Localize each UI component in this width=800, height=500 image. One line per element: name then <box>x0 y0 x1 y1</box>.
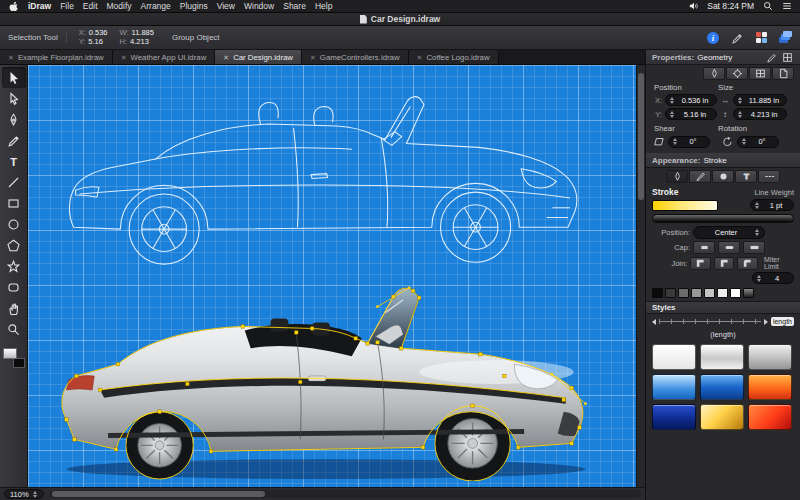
stepper-icon[interactable] <box>669 110 675 119</box>
join-miter-segment[interactable] <box>690 257 711 270</box>
app-menu[interactable]: iDraw <box>28 1 51 11</box>
direct-selection-tool[interactable] <box>2 88 26 109</box>
tab-coffee-logo[interactable]: ✕ Coffee Logo.idraw <box>409 50 499 64</box>
edit-icon[interactable] <box>730 31 744 45</box>
stepper-icon[interactable] <box>754 201 760 210</box>
zoom-stepper-icon[interactable] <box>32 490 38 499</box>
stroke-segment[interactable] <box>666 170 688 183</box>
stroke-tool-segment[interactable] <box>703 67 725 80</box>
length-tag[interactable]: length <box>771 317 794 326</box>
style-swatch[interactable] <box>700 344 744 370</box>
cap-butt-segment[interactable] <box>693 241 715 254</box>
style-swatch[interactable] <box>652 344 696 370</box>
cap-round-segment[interactable] <box>718 241 740 254</box>
menu-arrange[interactable]: Arrange <box>141 1 171 11</box>
y-position-field[interactable]: 5.16 in <box>665 108 717 120</box>
menu-file[interactable]: File <box>60 1 74 11</box>
tab-car-design[interactable]: ✕ Car Design.idraw <box>215 50 302 64</box>
appearance-header[interactable]: Appearance: Stroke <box>646 153 800 168</box>
grid-tool-segment[interactable] <box>749 67 771 80</box>
pen-tool[interactable] <box>2 109 26 130</box>
panel-options-icon[interactable] <box>781 51 794 64</box>
color-well[interactable] <box>3 348 25 368</box>
join-bevel-segment[interactable] <box>737 257 758 270</box>
close-icon[interactable]: ✕ <box>223 54 229 61</box>
horizontal-scrollbar[interactable] <box>50 490 641 498</box>
ellipse-tool[interactable] <box>2 214 26 235</box>
horizontal-scrollbar-thumb[interactable] <box>52 491 265 497</box>
stepper-icon[interactable] <box>737 110 743 119</box>
menu-window[interactable]: Window <box>244 1 274 11</box>
brush-segment[interactable] <box>689 170 711 183</box>
menu-modify[interactable]: Modify <box>107 1 132 11</box>
titlebar[interactable]: Car Design.idraw <box>0 13 800 26</box>
zoom-control[interactable]: 110% <box>4 489 44 499</box>
height-field[interactable]: 4.213 in <box>733 108 787 120</box>
menu-share[interactable]: Share <box>283 1 306 11</box>
rendered-car-drawing[interactable] <box>48 273 604 481</box>
stroke-style-preview[interactable] <box>652 214 794 223</box>
style-swatch[interactable] <box>748 404 792 430</box>
style-swatch[interactable] <box>700 404 744 430</box>
color-swatch[interactable] <box>704 288 715 298</box>
width-field[interactable]: 11.885 in <box>733 94 787 106</box>
color-swatch[interactable] <box>717 288 728 298</box>
text-tool[interactable]: T <box>2 151 26 172</box>
slider-right-arrow-icon[interactable] <box>764 319 768 325</box>
cap-square-segment[interactable] <box>743 241 765 254</box>
color-swatch[interactable] <box>665 288 676 298</box>
menu-help[interactable]: Help <box>315 1 332 11</box>
panel-edit-icon[interactable] <box>765 51 778 64</box>
rectangle-tool[interactable] <box>2 193 26 214</box>
volume-icon[interactable] <box>688 1 699 12</box>
stepper-icon[interactable] <box>669 96 675 105</box>
tab-gamecontrollers[interactable]: ✕ GameControllers.idraw <box>302 50 409 64</box>
stroke-position-dropdown[interactable]: Center <box>693 226 765 239</box>
style-swatch[interactable] <box>652 404 696 430</box>
style-swatch[interactable] <box>652 374 696 400</box>
style-length-slider[interactable]: length <box>646 314 800 329</box>
stepper-icon[interactable] <box>756 274 762 283</box>
apple-icon[interactable] <box>8 1 19 12</box>
x-position-field[interactable]: 0.536 in <box>665 94 717 106</box>
style-swatch[interactable] <box>700 374 744 400</box>
vertical-scrollbar-thumb[interactable] <box>638 73 644 200</box>
tab-example-floorplan[interactable]: ✕ Example Floorplan.idraw <box>0 50 113 64</box>
color-swatch[interactable] <box>691 288 702 298</box>
search-icon[interactable] <box>762 1 773 12</box>
stepper-icon[interactable] <box>737 96 743 105</box>
info-icon[interactable]: i <box>706 31 720 45</box>
line-tool[interactable] <box>2 172 26 193</box>
styles-header[interactable]: Styles <box>646 301 800 314</box>
stroke-color-swatch[interactable] <box>652 200 718 211</box>
stepper-icon[interactable] <box>741 137 747 146</box>
menu-view[interactable]: View <box>217 1 235 11</box>
anchor-tool-segment[interactable] <box>726 67 748 80</box>
close-icon[interactable]: ✕ <box>417 54 423 61</box>
miter-limit-field[interactable]: 4 <box>752 272 794 284</box>
slider-track[interactable] <box>659 319 761 324</box>
grid-icon[interactable] <box>754 31 768 45</box>
style-swatch[interactable] <box>748 344 792 370</box>
join-round-segment[interactable] <box>714 257 735 270</box>
color-swatch[interactable] <box>652 288 663 298</box>
star-tool[interactable] <box>2 256 26 277</box>
canvas[interactable] <box>28 65 636 487</box>
layers-icon[interactable] <box>778 31 792 45</box>
line-weight-field[interactable]: 1 pt <box>750 199 794 211</box>
rounded-rectangle-tool[interactable] <box>2 277 26 298</box>
color-swatch[interactable] <box>743 288 754 298</box>
close-icon[interactable]: ✕ <box>310 54 316 61</box>
close-icon[interactable]: ✕ <box>121 54 127 61</box>
pencil-tool[interactable] <box>2 130 26 151</box>
hand-tool[interactable] <box>2 298 26 319</box>
fill-segment[interactable] <box>712 170 734 183</box>
tab-weather-app-ui[interactable]: ✕ Weather App UI.idraw <box>113 50 216 64</box>
selection-tool[interactable] <box>2 67 26 88</box>
wireframe-car-drawing[interactable] <box>60 81 605 276</box>
color-swatch[interactable] <box>730 288 741 298</box>
polygon-tool[interactable] <box>2 235 26 256</box>
color-swatch[interactable] <box>678 288 689 298</box>
properties-header[interactable]: Properties: Geometry <box>646 50 800 65</box>
menubar-clock[interactable]: Sat 8:24 PM <box>707 1 754 11</box>
